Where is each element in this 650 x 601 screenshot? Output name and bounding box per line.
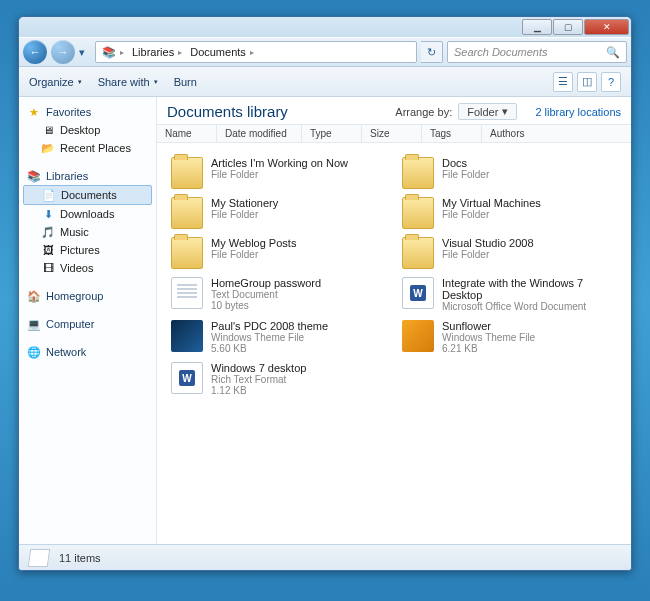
- breadcrumb-root[interactable]: 📚 ▸: [100, 43, 126, 61]
- sidebar-label: Favorites: [46, 106, 91, 118]
- file-item[interactable]: SunflowerWindows Theme File6.21 KB: [394, 316, 625, 358]
- file-item[interactable]: WWindows 7 desktopRich Text Format1.12 K…: [163, 358, 394, 400]
- status-bar: 11 items: [19, 544, 631, 570]
- refresh-button[interactable]: ↻: [421, 41, 443, 63]
- column-type[interactable]: Type: [302, 125, 362, 142]
- sidebar-computer[interactable]: 💻 Computer: [19, 315, 156, 333]
- folder-icon: [402, 157, 434, 189]
- sidebar-favorites-header[interactable]: ★ Favorites: [19, 103, 156, 121]
- column-name[interactable]: Name: [157, 125, 217, 142]
- close-button[interactable]: ✕: [584, 19, 629, 35]
- item-count: 11 items: [59, 552, 101, 564]
- sidebar-item-label: Recent Places: [60, 142, 131, 154]
- share-with-button[interactable]: Share with ▾: [98, 76, 158, 88]
- file-item[interactable]: My Virtual MachinesFile Folder: [394, 193, 625, 233]
- theme-file-icon: [402, 320, 434, 352]
- organize-button[interactable]: Organize ▾: [29, 76, 82, 88]
- word-doc-icon: W: [171, 362, 203, 394]
- libraries-icon: 📚: [102, 45, 116, 59]
- file-type: File Folder: [211, 249, 296, 260]
- file-size: 6.21 KB: [442, 343, 535, 354]
- chevron-right-icon[interactable]: ▸: [120, 48, 124, 57]
- file-type: File Folder: [211, 209, 278, 220]
- breadcrumb-documents[interactable]: Documents ▸: [188, 44, 256, 60]
- downloads-icon: ⬇: [41, 207, 55, 221]
- search-input[interactable]: Search Documents 🔍: [447, 41, 627, 63]
- sidebar-item-label: Downloads: [60, 208, 114, 220]
- folder-icon: [402, 237, 434, 269]
- file-item[interactable]: HomeGroup passwordText Document10 bytes: [163, 273, 394, 316]
- file-item[interactable]: My StationeryFile Folder: [163, 193, 394, 233]
- library-header: Documents library Arrange by: Folder ▾ 2…: [157, 97, 631, 124]
- maximize-button[interactable]: ▢: [553, 19, 583, 35]
- history-dropdown[interactable]: ▾: [79, 46, 91, 59]
- column-headers: Name Date modified Type Size Tags Author…: [157, 124, 631, 143]
- back-button[interactable]: ←: [23, 40, 47, 64]
- sidebar-item-downloads[interactable]: ⬇ Downloads: [19, 205, 156, 223]
- file-list: Articles I'm Working on NowFile FolderDo…: [157, 143, 631, 544]
- address-bar[interactable]: 📚 ▸ Libraries ▸ Documents ▸: [95, 41, 417, 63]
- pictures-icon: 🖼: [41, 243, 55, 257]
- forward-button[interactable]: →: [51, 40, 75, 64]
- preview-pane-button[interactable]: ◫: [577, 72, 597, 92]
- sidebar-homegroup[interactable]: 🏠 Homegroup: [19, 287, 156, 305]
- word-doc-icon: W: [402, 277, 434, 309]
- sidebar-item-music[interactable]: 🎵 Music: [19, 223, 156, 241]
- file-type: Microsoft Office Word Document: [442, 301, 617, 312]
- file-size: 5.60 KB: [211, 343, 328, 354]
- view-options-button[interactable]: ☰: [553, 72, 573, 92]
- file-type: File Folder: [442, 209, 541, 220]
- file-name: Sunflower: [442, 320, 535, 332]
- sidebar-item-documents[interactable]: 📄 Documents: [23, 185, 152, 205]
- chevron-right-icon[interactable]: ▸: [250, 48, 254, 57]
- sidebar-network[interactable]: 🌐 Network: [19, 343, 156, 361]
- file-item[interactable]: WIntegrate with the Windows 7 DesktopMic…: [394, 273, 625, 316]
- file-name: Articles I'm Working on Now: [211, 157, 348, 169]
- column-tags[interactable]: Tags: [422, 125, 482, 142]
- help-button[interactable]: ?: [601, 72, 621, 92]
- file-type: Rich Text Format: [211, 374, 306, 385]
- homegroup-icon: 🏠: [27, 289, 41, 303]
- file-name: Integrate with the Windows 7 Desktop: [442, 277, 617, 301]
- file-type: File Folder: [442, 169, 489, 180]
- chevron-right-icon[interactable]: ▸: [178, 48, 182, 57]
- file-name: HomeGroup password: [211, 277, 321, 289]
- library-locations-link[interactable]: 2 library locations: [535, 106, 621, 118]
- computer-icon: 💻: [27, 317, 41, 331]
- sidebar-item-recent-places[interactable]: 📂 Recent Places: [19, 139, 156, 157]
- file-item[interactable]: Visual Studio 2008File Folder: [394, 233, 625, 273]
- button-label: Burn: [174, 76, 197, 88]
- videos-icon: 🎞: [41, 261, 55, 275]
- column-authors[interactable]: Authors: [482, 125, 542, 142]
- file-type: File Folder: [211, 169, 348, 180]
- file-item[interactable]: My Weblog PostsFile Folder: [163, 233, 394, 273]
- minimize-button[interactable]: ▁: [522, 19, 552, 35]
- file-name: Windows 7 desktop: [211, 362, 306, 374]
- sidebar-item-label: Videos: [60, 262, 93, 274]
- navigation-pane: ★ Favorites 🖥 Desktop 📂 Recent Places 📚 …: [19, 97, 157, 544]
- breadcrumb-libraries[interactable]: Libraries ▸: [130, 44, 184, 60]
- sidebar-item-label: Documents: [61, 189, 117, 201]
- text-doc-icon: [171, 277, 203, 309]
- file-item[interactable]: Paul's PDC 2008 themeWindows Theme File5…: [163, 316, 394, 358]
- search-placeholder: Search Documents: [454, 46, 548, 58]
- file-type: Windows Theme File: [211, 332, 328, 343]
- sidebar-label: Homegroup: [46, 290, 103, 302]
- file-item[interactable]: DocsFile Folder: [394, 153, 625, 193]
- file-size: 1.12 KB: [211, 385, 306, 396]
- sidebar-item-pictures[interactable]: 🖼 Pictures: [19, 241, 156, 259]
- column-size[interactable]: Size: [362, 125, 422, 142]
- file-name: My Stationery: [211, 197, 278, 209]
- file-type: File Folder: [442, 249, 534, 260]
- arrange-by-selector[interactable]: Folder ▾: [458, 103, 517, 120]
- file-size: 10 bytes: [211, 300, 321, 311]
- burn-button[interactable]: Burn: [174, 76, 197, 88]
- sidebar-libraries-header[interactable]: 📚 Libraries: [19, 167, 156, 185]
- file-name: Visual Studio 2008: [442, 237, 534, 249]
- column-date-modified[interactable]: Date modified: [217, 125, 302, 142]
- file-name: Docs: [442, 157, 489, 169]
- file-item[interactable]: Articles I'm Working on NowFile Folder: [163, 153, 394, 193]
- sidebar-item-desktop[interactable]: 🖥 Desktop: [19, 121, 156, 139]
- sidebar-item-videos[interactable]: 🎞 Videos: [19, 259, 156, 277]
- search-icon: 🔍: [606, 46, 620, 59]
